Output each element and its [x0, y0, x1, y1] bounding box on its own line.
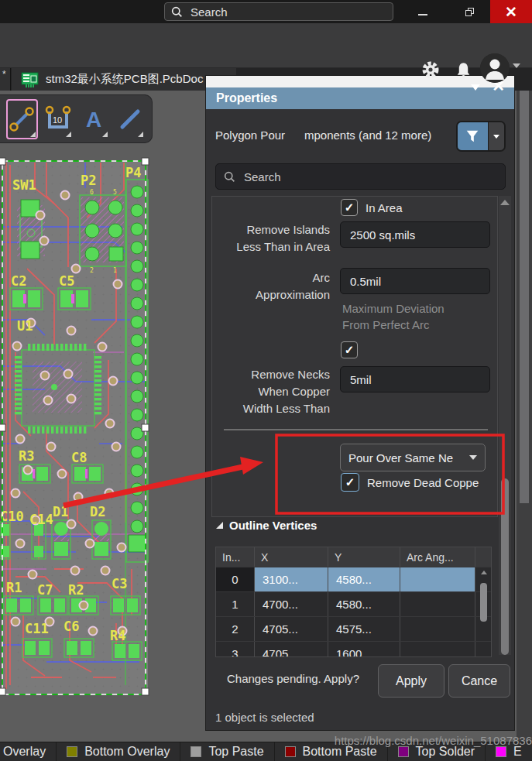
refdes-r2: R2	[68, 582, 84, 598]
dimension-tool-icon: 10	[44, 105, 72, 133]
refdes-r4: R4	[110, 628, 125, 643]
cell-y[interactable]: 4580...	[328, 592, 400, 616]
table-scrollbar-thumb[interactable]	[480, 583, 487, 622]
remove-necks-checkbox[interactable]	[341, 341, 358, 358]
text-tool-button[interactable]: A	[78, 99, 110, 139]
layer-tab-bottom-overlay[interactable]: Bottom Overlay	[56, 742, 180, 761]
panel-collapse-icon[interactable]	[471, 84, 480, 91]
panel-search-box[interactable]	[215, 163, 506, 190]
filter-icon-area[interactable]	[458, 122, 488, 150]
layer-label: Top Paste	[208, 745, 263, 759]
p2-pin-1: 1	[113, 267, 117, 274]
remove-dead-copper-checkbox[interactable]	[341, 473, 359, 492]
previous-tab-edge[interactable]: *	[0, 68, 11, 91]
cell-arc[interactable]	[400, 617, 475, 641]
arc-approximation-label: ArcApproximation	[212, 269, 330, 303]
cell-x[interactable]: 4705...	[255, 617, 328, 641]
cell-y[interactable]: 4580...	[328, 567, 400, 591]
scroll-up-icon[interactable]	[481, 571, 487, 574]
refdes-d2: D2	[90, 504, 105, 519]
global-search-box[interactable]	[164, 2, 393, 21]
layer-color-swatch	[285, 746, 296, 757]
document-tab[interactable]: stm32最小系统PCB图.PcbDoc	[12, 68, 236, 91]
column-header-x[interactable]: X	[255, 547, 328, 567]
refdes-sw1: SW1	[12, 177, 36, 193]
search-icon	[224, 171, 235, 183]
route-tool-button[interactable]	[6, 99, 38, 139]
tool-dropdown-corner	[138, 132, 143, 137]
component-sw1[interactable]	[17, 200, 45, 259]
cell-y[interactable]: 4575...	[328, 617, 400, 641]
apply-button[interactable]: Apply	[378, 664, 444, 698]
in-area-checkbox[interactable]	[341, 199, 358, 216]
outline-vertices-table: In... X Y Arc Ang... 0 3100... 4580... 1…	[215, 547, 492, 657]
column-header-y[interactable]: Y	[328, 547, 400, 567]
refdes-d1: D1	[53, 504, 68, 519]
refdes-c7: C7	[37, 582, 53, 598]
cell-x[interactable]: 4700...	[255, 592, 328, 616]
layer-tab-overlay[interactable]: Overlay	[0, 742, 56, 761]
cell-index[interactable]: 0	[216, 567, 255, 591]
layer-tab-top-paste[interactable]: Top Paste	[180, 742, 273, 761]
close-window-button[interactable]: ✕	[490, 0, 532, 23]
cell-arc[interactable]	[400, 642, 475, 657]
app-window: 6 5 2 1	[0, 0, 532, 761]
outline-vertices-header[interactable]: Outline Vertices	[216, 519, 317, 532]
notifications-button[interactable]	[451, 57, 475, 82]
component-p2[interactable]: 6 5 2 1	[80, 189, 126, 274]
chevron-down-icon	[469, 455, 477, 460]
panel-header[interactable]: Properties	[206, 87, 514, 109]
cell-index[interactable]: 2	[216, 617, 255, 641]
user-avatar[interactable]	[480, 53, 510, 83]
dimension-tool-button[interactable]: 10	[43, 99, 74, 139]
filter-dropdown-button[interactable]	[488, 122, 504, 150]
outline-vertices-title: Outline Vertices	[229, 519, 317, 532]
cell-arc[interactable]	[400, 567, 475, 591]
restore-button[interactable]	[451, 0, 488, 23]
line-tool-button[interactable]	[115, 99, 146, 139]
panel-search-input[interactable]	[242, 170, 475, 184]
refdes-c3: C3	[112, 576, 127, 591]
pour-over-dropdown[interactable]: Pour Over Same Ne	[340, 444, 486, 471]
pcb-board-view[interactable]: 6 5 2 1	[0, 89, 205, 742]
panel-scrollbar[interactable]	[499, 196, 511, 655]
arc-approximation-field[interactable]: 0.5mil	[340, 268, 490, 294]
minimize-button[interactable]	[404, 0, 441, 23]
table-scrollbar[interactable]	[480, 571, 488, 656]
table-row[interactable]: 3 4705... 1600...	[216, 642, 491, 657]
table-row[interactable]: 2 4705... 4575...	[216, 617, 491, 642]
cell-x[interactable]: 3100...	[255, 567, 328, 591]
modified-marker: *	[2, 69, 6, 80]
scroll-up-icon[interactable]	[500, 200, 510, 205]
selection-type-label: Polygon Pour	[215, 129, 285, 142]
settings-button[interactable]	[418, 57, 443, 82]
line-tool-icon	[116, 105, 144, 133]
account-menu-caret[interactable]	[513, 63, 520, 68]
pour-options-section: In Area Remove IslandsLess Than in Area …	[211, 196, 498, 517]
remove-necks-field[interactable]: 5mil	[340, 366, 490, 392]
cancel-button[interactable]: Cance	[448, 664, 510, 698]
cell-y[interactable]: 1600...	[328, 642, 400, 657]
column-header-arc[interactable]: Arc Ang...	[400, 547, 475, 567]
section-divider	[224, 429, 488, 430]
table-row[interactable]: 0 3100... 4580...	[216, 567, 491, 592]
canvas-scrollbar[interactable]	[520, 89, 529, 503]
cell-x[interactable]: 4705...	[255, 642, 328, 657]
tool-dropdown-corner	[66, 132, 71, 137]
drawing-toolbar: 10 A	[0, 94, 153, 143]
chevron-down-icon	[493, 135, 499, 139]
table-row[interactable]: 1 4700... 4580...	[216, 592, 491, 617]
watermark-text: https://blog.csdn.net/weixin_51087836	[335, 734, 532, 747]
selection-status-text: 1 object is selected	[215, 711, 314, 724]
global-search-input[interactable]	[189, 5, 367, 19]
column-header-index[interactable]: In...	[216, 547, 255, 567]
cell-index[interactable]: 1	[216, 592, 255, 616]
text-tool-icon: A	[80, 105, 108, 133]
cell-arc[interactable]	[400, 592, 475, 616]
filter-funnel-icon	[465, 129, 480, 144]
remove-dead-copper-label: Remove Dead Coppe	[367, 476, 479, 489]
panel-scrollbar-thumb[interactable]	[501, 478, 509, 655]
object-filter-button[interactable]	[456, 121, 506, 152]
remove-islands-field[interactable]: 2500 sq.mils	[340, 221, 490, 248]
cell-index[interactable]: 3	[216, 642, 255, 657]
